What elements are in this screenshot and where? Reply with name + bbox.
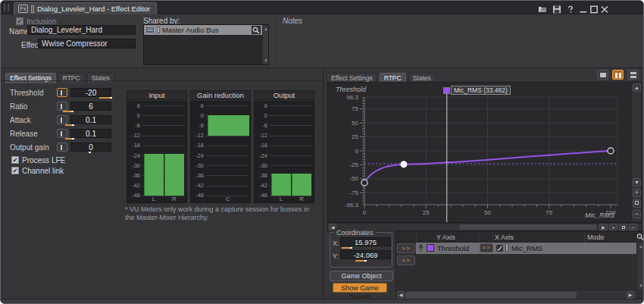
search-button[interactable] (252, 26, 261, 34)
meter-tick (270, 155, 312, 156)
hscroll-thumb[interactable] (459, 224, 597, 230)
scroll-up-icon[interactable]: ▲ (264, 27, 268, 31)
slider-handle-dot[interactable] (72, 138, 74, 139)
param-label-output-gain: Output gain (10, 143, 49, 152)
param-value-threshold[interactable] (70, 88, 111, 97)
svg-text:-25: -25 (349, 161, 358, 168)
checkbox-channel-link[interactable]: ✔ (11, 167, 19, 174)
meter-scale-label: 6 (191, 102, 204, 109)
meter-scale-label: -36 (255, 172, 267, 179)
zoom-in-button[interactable]: + (609, 224, 617, 230)
x-axis-cell[interactable]: Mic_RMS (511, 244, 542, 252)
save-button[interactable] (552, 3, 561, 12)
column-header-y-axis[interactable]: Y Axis (436, 233, 455, 241)
table-vscrollbar[interactable]: ▲ ▼ (636, 243, 644, 290)
assign-x-row1-button[interactable]: >> (480, 243, 493, 252)
window-tab[interactable]: Fx Dialog_Leveler_Hard - Effect Editor (14, 2, 157, 14)
window-titlebar[interactable]: Fx Dialog_Leveler_Hard - Effect Editor (1, 1, 643, 14)
curve-color-swatch[interactable] (427, 244, 434, 252)
open-button[interactable] (537, 3, 547, 12)
meter-bar (144, 154, 164, 196)
slider-handle-dot[interactable] (71, 111, 73, 112)
scroll-left-icon[interactable]: ◀ (397, 291, 405, 299)
slider-handle-dot[interactable] (350, 247, 352, 249)
slider-handle-dot[interactable] (72, 124, 74, 126)
coordinate-x-input[interactable] (340, 237, 391, 246)
graph-vscrollbar[interactable]: ▲ ▼ + − (631, 83, 641, 222)
zoom-fit-button[interactable] (633, 199, 641, 208)
checkbox-process-lfe[interactable]: ✔ (11, 156, 19, 164)
scroll-down-icon[interactable]: ▼ (264, 58, 268, 63)
tab-effect-settings[interactable]: Effect Settings (5, 73, 56, 83)
param-value-output-gain[interactable] (70, 143, 111, 152)
game-object-explorer-button[interactable]: Game Object Explorer... (330, 271, 393, 281)
meter-channel-label: R (298, 196, 305, 202)
effect-input[interactable] (38, 39, 136, 49)
scroll-right-icon[interactable]: ▶ (627, 291, 634, 299)
meter-tick (270, 136, 312, 136)
rtpc-graph-panel: 025507510096.37550250-25-50-75-96.3 Thre… (327, 82, 642, 223)
shared-by-scrollbar[interactable]: ▲▼ (262, 25, 268, 64)
scroll-right-icon[interactable]: ▶ (599, 224, 608, 230)
inclusion-checkbox[interactable]: ✔ (16, 17, 23, 25)
meter-tick (142, 146, 185, 146)
y-axis-cell[interactable]: Threshold (437, 244, 469, 252)
param-value-ratio[interactable] (70, 102, 111, 111)
meter-scale-label: -42 (191, 182, 204, 189)
param-slider-output-gain[interactable] (57, 143, 67, 152)
scroll-down-icon[interactable]: ▼ (633, 178, 641, 186)
svg-text:50: 50 (352, 120, 358, 127)
param-slider-release[interactable] (57, 129, 67, 138)
rtpc-table: Y Axis X Axis Mode >> Threshold >> Mic_R… (395, 231, 644, 299)
view-single-button[interactable] (597, 70, 608, 80)
tooltip-label: Mic_RMS (33.462) (451, 86, 511, 95)
meter-scale-label: -24 (255, 152, 267, 159)
tab-states[interactable]: States (87, 73, 114, 83)
assign-y-row2-button[interactable]: >> (397, 255, 415, 265)
zoom-out-button[interactable]: − (633, 210, 641, 218)
column-header-mode[interactable]: Mode (587, 233, 605, 241)
column-header-x-axis[interactable]: X Axis (495, 233, 514, 241)
slider-handle-dot[interactable] (89, 152, 91, 153)
assign-y-row1-button[interactable]: >> (397, 243, 415, 253)
param-slider-ratio[interactable] (57, 102, 67, 111)
slider-handle-dot[interactable] (364, 260, 367, 262)
minimize-button[interactable] (578, 3, 588, 12)
view-split-horizontal-button[interactable] (627, 70, 639, 80)
notes-area[interactable] (276, 14, 643, 67)
scroll-down-icon[interactable]: ▼ (639, 284, 643, 288)
shared-by-item[interactable]: Master Audio Bus (144, 25, 262, 35)
param-slider-threshold[interactable] (57, 88, 67, 97)
param-value-attack[interactable] (70, 115, 111, 124)
meter-scale-label: -30 (255, 162, 267, 169)
name-label: Name (9, 27, 30, 36)
scroll-up-icon[interactable]: ▲ (639, 244, 643, 249)
rtpc-table-row[interactable]: Threshold >> Mic_RMS (416, 243, 636, 254)
scroll-up-icon[interactable]: ▲ (633, 83, 641, 92)
close-button[interactable] (599, 3, 609, 12)
param-label-attack: Attack (10, 116, 31, 124)
coordinate-y-input[interactable] (340, 250, 391, 259)
meter-tick (206, 146, 249, 146)
zoom-fit-button[interactable] (619, 224, 627, 230)
zoom-in-button[interactable]: + (633, 189, 641, 197)
table-search-button[interactable] (636, 233, 644, 242)
view-split-vertical-button[interactable] (612, 70, 624, 80)
shared-by-list[interactable]: Master Audio Bus ▲▼ (143, 24, 269, 65)
svg-text:50: 50 (484, 209, 491, 216)
param-slider-attack[interactable] (57, 115, 67, 124)
meter-scale-label: -30 (127, 162, 140, 169)
hscroll-thumb[interactable] (405, 292, 577, 299)
name-input[interactable] (27, 25, 136, 35)
rtpc-curve-graph[interactable]: 025507510096.37550250-25-50-75-96.3 (328, 83, 641, 222)
help-button[interactable] (565, 3, 575, 12)
slider-handle-dot[interactable] (110, 97, 112, 99)
dock-grip-icon[interactable] (4, 4, 9, 11)
meter-scale-label: -18 (255, 142, 267, 149)
zoom-out-button[interactable]: − (629, 224, 637, 230)
tab-rtpc[interactable]: RTPC (58, 73, 85, 83)
param-value-release[interactable] (70, 129, 111, 138)
show-game-objects-button[interactable]: Show Game Objects (333, 283, 387, 293)
maximize-button[interactable] (589, 3, 599, 12)
meter-scale-label: 6 (127, 102, 140, 109)
